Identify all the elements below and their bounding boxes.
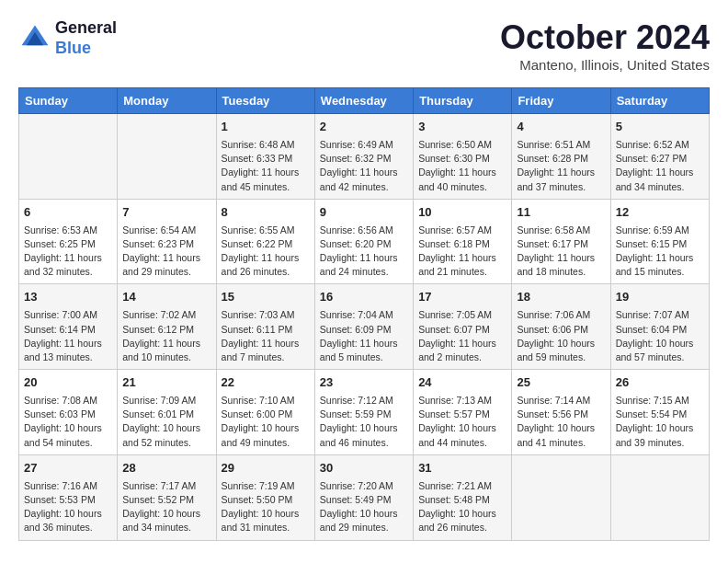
calendar-week-row: 1Sunrise: 6:48 AMSunset: 6:33 PMDaylight… [19, 114, 710, 200]
page-header: General Blue October 2024 Manteno, Illin… [18, 18, 710, 73]
calendar-week-row: 6Sunrise: 6:53 AMSunset: 6:25 PMDaylight… [19, 199, 710, 284]
day-info-line: Sunrise: 7:13 AM [418, 394, 506, 408]
day-info-line: Daylight: 11 hours and 18 minutes. [517, 251, 605, 279]
day-info-line: Sunset: 6:12 PM [122, 323, 210, 337]
day-info-line: Sunrise: 7:00 AM [24, 308, 112, 322]
day-info-line: Sunrise: 7:16 AM [24, 479, 112, 493]
day-number: 24 [418, 374, 506, 392]
calendar-day-cell: 1Sunrise: 6:48 AMSunset: 6:33 PMDaylight… [216, 114, 314, 200]
day-info-line: Sunset: 6:33 PM [222, 152, 310, 166]
day-info-line: Daylight: 10 hours and 39 minutes. [616, 421, 704, 449]
day-info-line: Sunrise: 7:02 AM [122, 308, 210, 322]
day-info-line: Daylight: 11 hours and 32 minutes. [24, 251, 112, 279]
day-info-line: Daylight: 11 hours and 21 minutes. [418, 251, 506, 279]
day-info-line: Daylight: 11 hours and 40 minutes. [418, 166, 506, 193]
day-info-line: Sunset: 6:20 PM [320, 237, 408, 251]
day-info-line: Daylight: 10 hours and 46 minutes. [320, 421, 408, 449]
logo: General Blue [18, 18, 117, 58]
day-info-line: Daylight: 11 hours and 42 minutes. [320, 166, 408, 193]
logo-line1: General [55, 18, 117, 39]
day-info-line: Sunrise: 7:20 AM [320, 479, 408, 493]
day-info-line: Sunrise: 6:48 AM [222, 138, 310, 152]
day-info-line: Daylight: 11 hours and 37 minutes. [517, 166, 605, 193]
weekday-header-cell: Monday [118, 88, 216, 114]
calendar-day-cell: 26Sunrise: 7:15 AMSunset: 5:54 PMDayligh… [610, 370, 709, 455]
day-info-line: Sunrise: 7:09 AM [122, 394, 210, 408]
day-info-line: Daylight: 11 hours and 34 minutes. [616, 166, 704, 193]
calendar-day-cell: 19Sunrise: 7:07 AMSunset: 6:04 PMDayligh… [610, 284, 709, 370]
calendar-day-cell [19, 114, 118, 200]
calendar-day-cell: 2Sunrise: 6:49 AMSunset: 6:32 PMDaylight… [314, 114, 413, 200]
day-info-line: Sunrise: 7:14 AM [517, 394, 605, 408]
day-info-line: Sunset: 6:27 PM [616, 152, 704, 166]
day-info-line: Daylight: 10 hours and 44 minutes. [418, 421, 506, 449]
day-info-line: Sunset: 6:17 PM [517, 237, 605, 251]
day-info-line: Sunrise: 7:10 AM [222, 394, 310, 408]
day-info-line: Sunset: 6:06 PM [517, 323, 605, 337]
day-info-line: Sunset: 6:09 PM [320, 323, 408, 337]
logo-line2: Blue [55, 39, 117, 59]
day-info-line: Daylight: 11 hours and 15 minutes. [616, 251, 704, 279]
title-block: October 2024 Manteno, Illinois, United S… [500, 18, 710, 73]
day-number: 6 [24, 204, 112, 222]
calendar-day-cell: 11Sunrise: 6:58 AMSunset: 6:17 PMDayligh… [512, 199, 610, 284]
day-info-line: Sunset: 5:52 PM [122, 493, 210, 507]
calendar-day-cell: 17Sunrise: 7:05 AMSunset: 6:07 PMDayligh… [414, 284, 512, 370]
day-info-line: Sunset: 6:03 PM [24, 408, 112, 421]
day-info-line: Sunrise: 7:03 AM [222, 308, 310, 322]
weekday-header-row: SundayMondayTuesdayWednesdayThursdayFrid… [19, 88, 710, 114]
calendar-day-cell [610, 454, 709, 540]
day-info-line: Sunset: 5:59 PM [320, 408, 408, 421]
day-info-line: Sunset: 6:30 PM [418, 152, 506, 166]
calendar-week-row: 20Sunrise: 7:08 AMSunset: 6:03 PMDayligh… [19, 370, 710, 455]
day-info-line: Sunrise: 6:53 AM [24, 224, 112, 237]
day-info-line: Daylight: 10 hours and 52 minutes. [122, 421, 210, 449]
weekday-header-cell: Thursday [414, 88, 512, 114]
day-info-line: Daylight: 10 hours and 41 minutes. [517, 421, 605, 449]
day-info-line: Sunset: 5:49 PM [320, 493, 408, 507]
day-number: 8 [222, 204, 310, 222]
logo-icon [18, 22, 51, 55]
day-info-line: Sunset: 6:28 PM [517, 152, 605, 166]
day-info-line: Sunrise: 7:04 AM [320, 308, 408, 322]
day-number: 22 [222, 374, 310, 392]
day-number: 23 [320, 374, 408, 392]
calendar-week-row: 27Sunrise: 7:16 AMSunset: 5:53 PMDayligh… [19, 454, 710, 540]
day-number: 11 [517, 204, 605, 222]
day-number: 1 [222, 119, 310, 136]
calendar-week-row: 13Sunrise: 7:00 AMSunset: 6:14 PMDayligh… [19, 284, 710, 370]
day-info-line: Daylight: 11 hours and 7 minutes. [222, 337, 310, 364]
calendar-day-cell: 21Sunrise: 7:09 AMSunset: 6:01 PMDayligh… [118, 370, 216, 455]
day-info-line: Sunrise: 6:52 AM [616, 138, 704, 152]
day-info-line: Sunrise: 6:55 AM [222, 224, 310, 237]
day-number: 17 [418, 289, 506, 306]
weekday-header-cell: Sunday [19, 88, 118, 114]
day-number: 27 [24, 460, 112, 477]
day-number: 3 [418, 119, 506, 136]
weekday-header-cell: Tuesday [216, 88, 314, 114]
day-info-line: Daylight: 11 hours and 13 minutes. [24, 337, 112, 364]
day-info-line: Sunset: 5:56 PM [517, 408, 605, 421]
day-info-line: Sunset: 6:22 PM [222, 237, 310, 251]
day-number: 29 [222, 460, 310, 477]
day-info-line: Daylight: 10 hours and 29 minutes. [320, 507, 408, 534]
day-info-line: Daylight: 11 hours and 29 minutes. [122, 251, 210, 279]
day-number: 10 [418, 204, 506, 222]
calendar-day-cell: 30Sunrise: 7:20 AMSunset: 5:49 PMDayligh… [314, 454, 413, 540]
day-number: 18 [517, 289, 605, 306]
day-info-line: Daylight: 10 hours and 57 minutes. [616, 337, 704, 364]
day-number: 31 [418, 460, 506, 477]
day-info-line: Sunrise: 7:06 AM [517, 308, 605, 322]
calendar-day-cell: 20Sunrise: 7:08 AMSunset: 6:03 PMDayligh… [19, 370, 118, 455]
calendar-day-cell: 27Sunrise: 7:16 AMSunset: 5:53 PMDayligh… [19, 454, 118, 540]
calendar-day-cell: 31Sunrise: 7:21 AMSunset: 5:48 PMDayligh… [414, 454, 512, 540]
day-info-line: Sunset: 6:25 PM [24, 237, 112, 251]
day-info-line: Sunset: 6:04 PM [616, 323, 704, 337]
day-info-line: Sunrise: 7:21 AM [418, 479, 506, 493]
day-info-line: Sunset: 5:57 PM [418, 408, 506, 421]
day-info-line: Daylight: 10 hours and 59 minutes. [517, 337, 605, 364]
day-number: 16 [320, 289, 408, 306]
day-number: 26 [616, 374, 704, 392]
calendar-day-cell: 10Sunrise: 6:57 AMSunset: 6:18 PMDayligh… [414, 199, 512, 284]
day-info-line: Sunset: 6:00 PM [222, 408, 310, 421]
